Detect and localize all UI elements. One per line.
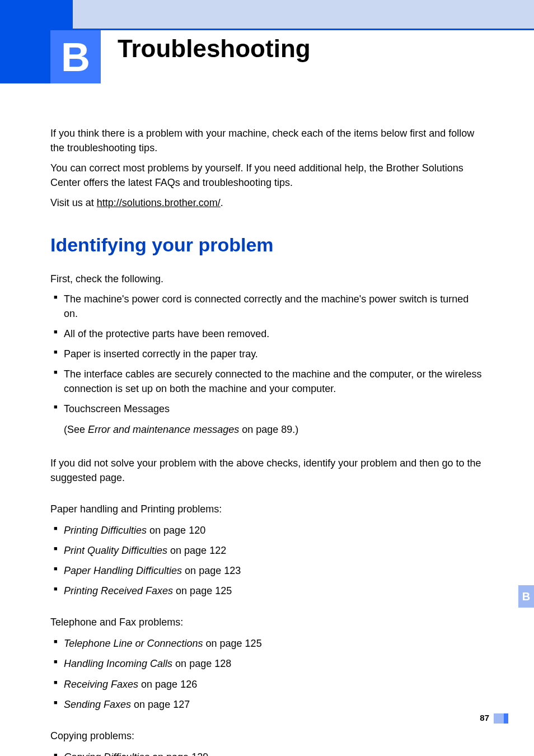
ref-page: 125 [245,638,262,649]
ref-item: Copying Difficulties on page 129 [50,750,484,756]
ref-title[interactable]: Receiving Faxes [64,679,138,690]
chapter-corner-strip [0,30,50,83]
ref-item: Paper Handling Difficulties on page 123 [50,563,484,578]
ref-page: 122 [209,545,226,556]
ref-page: 123 [224,565,241,576]
subnote-ref[interactable]: Error and maintenance messages [88,424,239,435]
check-item: Paper is inserted correctly in the paper… [50,347,484,361]
on-page: on page [203,638,245,649]
ref-item: Printing Difficulties on page 120 [50,523,484,538]
ref-title[interactable]: Telephone Line or Connections [64,638,203,649]
ref-title[interactable]: Handling Incoming Calls [64,658,172,669]
ref-page: 126 [180,679,197,690]
intro-paragraph-3: Visit us at http://solutions.brother.com… [50,195,484,210]
on-page: on page [182,565,224,576]
page-number: 87 [480,713,489,722]
on-page: on page [138,679,180,690]
check-item: The interface cables are securely connec… [50,367,484,396]
on-page: on page [149,752,191,756]
ref-item: Printing Received Faxes on page 125 [50,584,484,598]
header-bar [0,0,534,30]
page-number-mark [494,713,508,724]
ref-page: 128 [214,658,231,669]
solutions-link[interactable]: http://solutions.brother.com/ [97,197,221,208]
on-page: on page [147,525,189,536]
subnote-suffix: on page 89.) [239,424,298,435]
intro-paragraph-2: You can correct most problems by yoursel… [50,161,484,190]
ref-item: Handling Incoming Calls on page 128 [50,656,484,671]
group-heading: Telephone and Fax problems: [50,615,484,629]
ref-item: Sending Faxes on page 127 [50,697,484,712]
group-list: Printing Difficulties on page 120 Print … [50,523,484,598]
side-tab: B [518,585,534,608]
ref-title[interactable]: Paper Handling Difficulties [64,565,182,576]
post-check-paragraph: If you did not solve your problem with t… [50,456,484,485]
check-subnote: (See Error and maintenance messages on p… [50,422,484,437]
group-list: Telephone Line or Connections on page 12… [50,636,484,711]
group-list: Copying Difficulties on page 129 [50,750,484,756]
page-content: If you think there is a problem with you… [50,126,484,756]
group-heading: Copying problems: [50,729,484,743]
ref-item: Print Quality Difficulties on page 122 [50,543,484,558]
chapter-letter-block: B [50,30,101,83]
side-tab-letter: B [522,590,530,603]
visit-suffix: . [221,197,223,208]
lead-text: First, check the following. [50,272,484,286]
visit-label: Visit us at [50,197,97,208]
check-list: The machine's power cord is connected co… [50,292,484,417]
check-item: The machine's power cord is connected co… [50,292,484,321]
on-page: on page [173,585,215,596]
on-page: on page [167,545,209,556]
on-page: on page [172,658,214,669]
ref-page: 120 [189,525,205,536]
group-heading: Paper handling and Printing problems: [50,502,484,516]
subnote-prefix: (See [64,424,88,435]
check-item: All of the protective parts have been re… [50,326,484,341]
ref-item: Telephone Line or Connections on page 12… [50,636,484,651]
ref-page: 125 [215,585,232,596]
ref-title[interactable]: Print Quality Difficulties [64,545,167,556]
on-page: on page [131,699,173,710]
ref-page: 129 [191,752,208,756]
intro-paragraph-1: If you think there is a problem with you… [50,126,484,155]
chapter-title: Troubleshooting [118,35,311,63]
chapter-letter: B [61,37,90,77]
section-heading: Identifying your problem [50,231,484,259]
check-item: Touchscreen Messages [50,402,484,416]
ref-title[interactable]: Sending Faxes [64,699,131,710]
ref-title[interactable]: Printing Difficulties [64,525,147,536]
ref-item: Receiving Faxes on page 126 [50,677,484,692]
ref-page: 127 [173,699,190,710]
ref-title[interactable]: Printing Received Faxes [64,585,173,596]
ref-title[interactable]: Copying Difficulties [64,752,149,756]
